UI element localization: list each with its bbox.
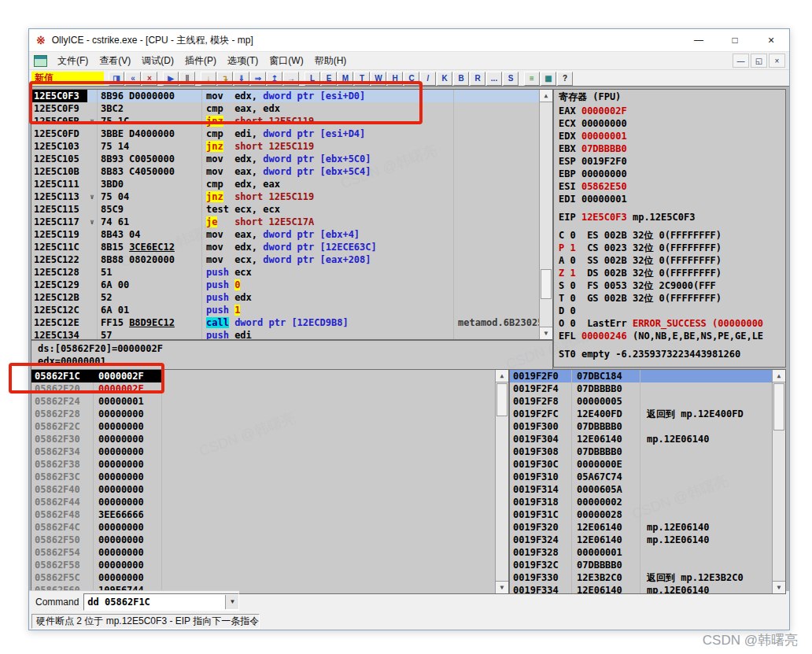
stack-row[interactable]: 0019F31C00000028	[510, 508, 773, 521]
register-line[interactable]: ST0 empty -6.2359373223443981260	[554, 348, 785, 360]
stack-row[interactable]: 0019F33012E3B2C0返回到 mp.12E3B2C0	[510, 571, 773, 584]
dump-row[interactable]: 05862F2C00000000	[31, 420, 496, 433]
toolbar-log-button[interactable]: L	[304, 72, 320, 86]
dump-row[interactable]: 05862F2400000001	[31, 395, 496, 408]
dump-row[interactable]: 05862F3000000000	[31, 433, 496, 445]
close-button[interactable]: ×	[753, 29, 789, 51]
scroll-down-icon[interactable]: ▼	[773, 581, 785, 593]
disasm-row[interactable]: 12E5C1296A 00push 0	[31, 279, 540, 291]
toolbar-until-return-button[interactable]: ↥	[267, 72, 282, 86]
stack-row[interactable]: 0019F30412E06140mp.12E06140	[510, 433, 773, 445]
disasm-row[interactable]: 12E5C0FD3BBE D4000000cmp edi, dword ptr …	[31, 127, 540, 140]
stack-row[interactable]: 0019F33412E06140mp.12E06140	[510, 584, 773, 593]
disasm-row[interactable]: 12E5C1113BD0cmp edx, eax	[31, 178, 540, 190]
dump-row[interactable]: 05862F2800000000	[31, 408, 496, 420]
menu-options[interactable]: 选项(T)	[222, 54, 264, 68]
dump-row[interactable]: 05862F3400000000	[31, 445, 496, 458]
scroll-up-icon[interactable]: ▲	[496, 370, 508, 382]
stack-row[interactable]: 0019F30C0000000E	[510, 458, 773, 471]
disasm-row[interactable]: 12E5C1228B88 08020000mov ecx, dword ptr …	[31, 253, 540, 266]
stack-row[interactable]: 0019F31800000002	[510, 496, 773, 508]
disasm-row[interactable]: 12E5C11C8B15 3CE6EC12mov edx, dword ptr …	[31, 241, 540, 253]
toolbar-patches-button[interactable]: /	[420, 72, 436, 86]
toolbar-close-button[interactable]: ×	[142, 72, 157, 86]
menu-view[interactable]: 查看(V)	[94, 54, 136, 68]
register-line[interactable]	[554, 224, 785, 229]
dump-row[interactable]: 05862F4000000000	[31, 483, 496, 496]
dump-row[interactable]: 05862F5800000000	[31, 559, 496, 571]
register-line[interactable]: C 0 ES 002B 32位 0(FFFFFFFF)	[554, 229, 785, 242]
register-line[interactable]: Z 1 DS 002B 32位 0(FFFFFFFF)	[554, 267, 785, 279]
scroll-thumb[interactable]	[541, 269, 552, 299]
register-line[interactable]: ESP 0019F2F0	[554, 155, 785, 168]
stack-row[interactable]: 0019F30807DBBBB0	[510, 445, 773, 458]
register-line[interactable]: S 0 FS 0053 32位 2C9000(FFF	[554, 279, 785, 292]
command-input[interactable]	[84, 595, 225, 609]
toolbar-source-button[interactable]: S	[503, 72, 519, 86]
toolbar-memory-button[interactable]: M	[338, 72, 353, 86]
dump-row[interactable]: 05862F483EE66666	[31, 508, 496, 521]
scroll-thumb[interactable]	[496, 383, 507, 416]
child-minimize-button[interactable]: —	[733, 54, 749, 68]
stack-row[interactable]: 0019F32412E06140mp.12E06140	[510, 534, 773, 546]
toolbar-threads-button[interactable]: T	[354, 72, 370, 86]
dump-row[interactable]: 05862F3800000000	[31, 458, 496, 471]
scroll-down-icon[interactable]: ▼	[496, 581, 508, 593]
minimize-button[interactable]: —	[681, 29, 717, 51]
scroll-thumb[interactable]	[773, 383, 784, 430]
stack-row[interactable]: 0019F30007DBBBB0	[510, 420, 773, 433]
dump-scrollbar[interactable]: ▲ ▼	[495, 370, 508, 593]
stack-row[interactable]: 0019F31005A67C74	[510, 471, 773, 483]
toolbar-references-button[interactable]: R	[470, 72, 485, 86]
disasm-row[interactable]: 12E5C10375 14jnz short 12E5C119	[31, 140, 540, 153]
toolbar-open-button[interactable]: ◨	[109, 72, 124, 86]
stack-row[interactable]: 0019F2F407DBBBB0	[510, 382, 773, 395]
dump-row[interactable]: 05862F3C00000000	[31, 471, 496, 483]
menu-plugins[interactable]: 插件(P)	[179, 54, 222, 68]
dump-row[interactable]: 05862F5C00000000	[31, 571, 496, 584]
dump-row[interactable]: 05862F5000000000	[31, 534, 496, 546]
dump-row[interactable]: 05862F4400000000	[31, 496, 496, 508]
toolbar-step-into-button[interactable]: ↓	[201, 72, 216, 86]
dump-row[interactable]: 05862F200000002F	[31, 382, 496, 395]
scroll-up-icon[interactable]: ▲	[540, 90, 552, 102]
toolbar-executables-button[interactable]: E	[321, 72, 337, 86]
register-line[interactable]: T 0 GS 002B 32位 0(FFFFFFFF)	[554, 292, 785, 305]
stack-row[interactable]: 0019F2FC12E400FD返回到 mp.12E400FD	[510, 408, 773, 420]
register-line[interactable]: EFL 00000246 (NO,NB,E,BE,NS,PE,GE,LE	[554, 330, 785, 342]
stack-row[interactable]: 0019F32012E06140mp.12E06140	[510, 521, 773, 534]
register-line[interactable]: ECX 00000000	[554, 117, 785, 130]
chevron-down-icon[interactable]: ▼	[225, 595, 238, 609]
command-combobox[interactable]: ▼	[83, 593, 239, 611]
register-line[interactable]: O 0 LastErr ERROR_SUCCESS (00000000	[554, 317, 785, 330]
toolbar-restart-button[interactable]: «	[125, 72, 141, 86]
menu-file[interactable]: 文件(F)	[52, 54, 94, 68]
toolbar-cpu-button[interactable]: C	[404, 72, 419, 86]
toolbar-options-button[interactable]: ≡	[524, 72, 540, 86]
toolbar-handles-button[interactable]: H	[387, 72, 403, 86]
dump-row[interactable]: 05862F1C0000002F	[31, 370, 496, 382]
disasm-row[interactable]: 12E5C10B8B83 C4050000mov eax, dword ptr …	[31, 165, 540, 178]
child-restore-button[interactable]: ◱	[751, 54, 767, 68]
register-line[interactable]: ESI 05862E50	[554, 180, 785, 193]
scroll-down-icon[interactable]: ▼	[540, 327, 552, 339]
toolbar-animate-into-button[interactable]: ⇓	[234, 72, 249, 86]
toolbar-windows-button[interactable]: W	[371, 72, 386, 86]
disasm-scrollbar[interactable]: ▲ ▼	[539, 90, 552, 339]
disasm-row[interactable]: 12E5C12EFF15 B8D9EC12call dword ptr [12E…	[31, 316, 540, 329]
stack-row[interactable]: 0019F2F007DBC184	[510, 370, 773, 382]
menu-help[interactable]: 帮助(H)	[309, 54, 352, 68]
disasm-row[interactable]: 12E5C12B52push edx	[31, 291, 540, 304]
stack-row[interactable]: 0019F32C07DBBBB0	[510, 559, 773, 571]
menu-window[interactable]: 窗口(W)	[264, 54, 308, 68]
toolbar-run-button[interactable]: ▶	[163, 72, 179, 86]
disasm-row[interactable]: 12E5C0F38B96 D0000000mov edx, dword ptr …	[31, 90, 540, 102]
toolbar-step-over-button[interactable]: ↴	[217, 72, 233, 86]
register-line[interactable]	[554, 205, 785, 211]
toolbar-goto-button[interactable]: →	[283, 72, 299, 86]
stack-scrollbar[interactable]: ▲ ▼	[772, 370, 785, 593]
toolbar-breakpoints-button[interactable]: B	[453, 72, 469, 86]
disasm-row[interactable]: 12E5C12C6A 01push 1	[31, 304, 540, 316]
register-line[interactable]: EBX 07DBBBB0	[554, 142, 785, 155]
register-line[interactable]	[554, 342, 785, 348]
